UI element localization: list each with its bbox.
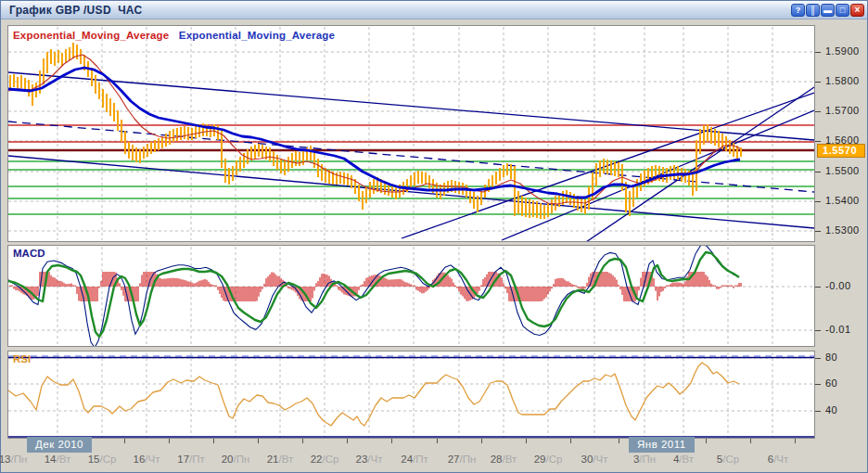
legend-ema-red: Exponential_Moving_Average — [13, 30, 169, 41]
rsi-axis-label: 80 — [825, 352, 837, 363]
day-label: 15/Ср — [88, 454, 117, 465]
minimize-button[interactable]: ▬ — [821, 4, 835, 17]
price-axis-label: 1.5900 — [825, 45, 860, 57]
time-axis-tick — [302, 439, 303, 443]
day-label: 4/Вт — [673, 454, 694, 465]
price-axis-label-tick — [815, 201, 821, 202]
price-axis-label: 1.5700 — [825, 105, 860, 116]
price-axis-label: 1.5800 — [825, 75, 860, 86]
time-axis-tick — [213, 439, 214, 443]
month-badge: Янв 2011 — [629, 437, 695, 453]
rsi-axis-label-tick — [815, 384, 821, 385]
day-label: 5/Ср — [717, 454, 739, 465]
time-axis-tick — [526, 439, 527, 443]
rsi-axis-label-tick — [815, 411, 821, 412]
time-axis-tick — [619, 439, 619, 443]
day-label: 16/Чт — [134, 454, 160, 465]
macd-axis-label-tick — [815, 330, 821, 331]
time-axis-tick — [437, 439, 438, 443]
day-label: 21/Вт — [267, 454, 294, 465]
day-label: 13/Пн — [0, 454, 27, 465]
rsi-axis-label: 60 — [825, 377, 837, 389]
macd-axis-label: -0.00 — [825, 280, 851, 291]
chart-window: График GBP /USD ЧАС ? ║ ▬ □ × Exponentia… — [0, 0, 868, 473]
rsi-axis-label: 40 — [825, 404, 837, 415]
legend-ema-blue: Exponential_Moving_Average — [179, 30, 335, 41]
macd-panel[interactable] — [7, 245, 815, 347]
time-axis-tick — [750, 439, 751, 443]
macd-axis-label: -0.01 — [825, 324, 851, 335]
day-label: 24/Пт — [401, 454, 428, 465]
day-label: 6/Чт — [768, 454, 789, 465]
title-bar[interactable]: График GBP /USD ЧАС ? ║ ▬ □ × — [1, 1, 867, 19]
window-buttons: ? ║ ▬ □ × — [791, 4, 864, 17]
price-axis-label-tick — [815, 172, 821, 173]
price-axis-label: 1.5500 — [825, 165, 860, 176]
day-label: 23/Чт — [356, 454, 383, 465]
time-axis-tick — [391, 439, 392, 443]
day-label: 28/Вт — [491, 454, 517, 465]
macd-label: MACD — [13, 248, 45, 259]
price-axis-label: 1.5400 — [825, 195, 860, 206]
maximize-button[interactable]: □ — [836, 4, 849, 17]
price-chart-panel[interactable] — [7, 25, 815, 242]
price-axis-label-tick — [815, 141, 821, 142]
macd-axis-label-tick — [815, 287, 821, 288]
pause-button[interactable]: ║ — [806, 4, 820, 17]
time-axis-tick — [258, 439, 259, 443]
day-label: 22/Ср — [311, 454, 339, 465]
time-axis-tick — [570, 439, 571, 443]
price-axis-label-tick — [815, 52, 821, 53]
price-axis-label: 1.5600 — [825, 134, 860, 146]
price-axis-label-tick — [815, 231, 821, 232]
day-label: 17/Пт — [177, 454, 205, 465]
help-button[interactable]: ? — [791, 4, 805, 17]
day-label: 3/Пн — [633, 454, 656, 465]
time-axis-tick — [124, 439, 125, 443]
time-axis-tick — [481, 439, 482, 443]
day-label: 29/Ср — [534, 454, 563, 465]
day-label: 27/Пн — [448, 454, 477, 465]
rsi-axis-label-tick — [815, 358, 821, 359]
window-title: График GBP /USD ЧАС — [9, 4, 143, 17]
day-label: 14/Вт — [45, 454, 71, 465]
macd-canvas[interactable] — [8, 246, 814, 346]
price-chart-canvas[interactable] — [8, 26, 814, 241]
time-axis-tick — [706, 439, 707, 443]
day-label: 30/Чт — [581, 454, 608, 465]
time-axis-tick — [795, 439, 796, 443]
time-axis-tick — [169, 439, 170, 443]
price-axis-label-tick — [815, 111, 821, 112]
day-label: 20/Пн — [222, 454, 250, 465]
rsi-panel[interactable] — [7, 351, 815, 439]
close-button[interactable]: × — [850, 4, 864, 17]
time-axis-tick — [347, 439, 348, 443]
rsi-canvas[interactable] — [8, 352, 814, 438]
price-axis-label-tick — [815, 82, 821, 83]
current-price-tag: 1.5570 — [817, 144, 865, 158]
price-axis-label: 1.5300 — [825, 224, 860, 236]
indicator-legend: Exponential_Moving_Average Exponential_M… — [13, 30, 335, 41]
month-badge: Дек 2010 — [27, 437, 92, 453]
rsi-label: RSI — [13, 353, 31, 364]
